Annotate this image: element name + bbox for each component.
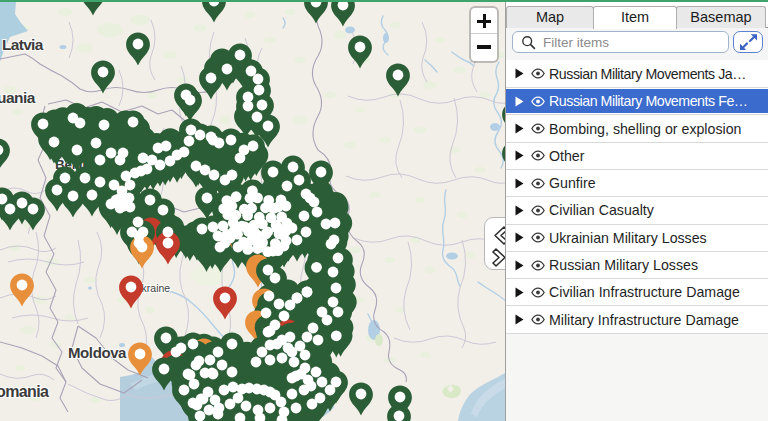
svg-text:uania: uania	[0, 89, 36, 106]
svg-text:Moldova: Moldova	[68, 344, 127, 361]
svg-text:omania: omania	[0, 383, 49, 400]
svg-text:Latvia: Latvia	[2, 36, 44, 53]
